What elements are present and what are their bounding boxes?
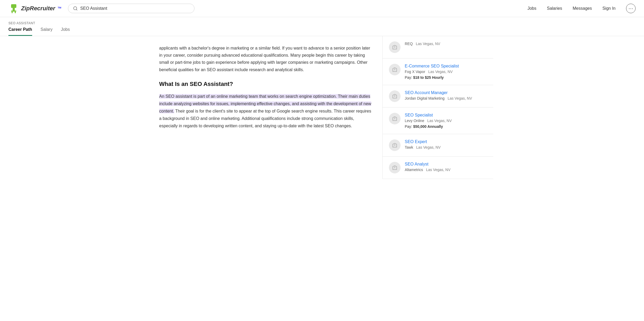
tab-career-path[interactable]: Career Path bbox=[8, 27, 32, 36]
job-info: E-Commerce SEO Specialist Fog X Vapor La… bbox=[405, 64, 487, 80]
job-meta: Jordan Digital Marketing Las Vegas, NV bbox=[405, 96, 487, 100]
tab-jobs[interactable]: Jobs bbox=[61, 27, 70, 36]
company-icon bbox=[389, 64, 401, 75]
list-item[interactable]: SEO Analyst Altametrics Las Vegas, NV bbox=[383, 157, 493, 179]
svg-rect-3 bbox=[12, 12, 13, 13]
company-icon bbox=[389, 113, 401, 124]
svg-rect-2 bbox=[11, 11, 16, 12]
nav-messages[interactable]: Messages bbox=[573, 6, 592, 11]
svg-rect-4 bbox=[15, 12, 16, 13]
job-title[interactable]: SEO Specialist bbox=[405, 113, 487, 118]
job-info: SEO Expert Tawk Las Vegas, NV bbox=[405, 139, 487, 150]
job-meta: Altametrics Las Vegas, NV bbox=[405, 168, 487, 172]
job-company-first: REQ Las Vegas, NV bbox=[405, 42, 440, 46]
search-input[interactable] bbox=[80, 6, 189, 11]
logo-text: ZipRecruiter bbox=[21, 5, 55, 12]
list-item[interactable]: SEO Account Manager Jordan Digital Marke… bbox=[383, 85, 493, 108]
tabs: Career Path Salary Jobs bbox=[8, 27, 636, 36]
job-info: SEO Account Manager Jordan Digital Marke… bbox=[405, 90, 487, 101]
job-pay: Pay: $18 to $25 Hourly bbox=[405, 75, 487, 80]
job-meta: Tawk Las Vegas, NV bbox=[405, 145, 487, 149]
breadcrumb: SEO ASSISTANT bbox=[8, 21, 636, 25]
list-item[interactable]: SEO Expert Tawk Las Vegas, NV bbox=[383, 134, 493, 157]
list-item[interactable]: REQ Las Vegas, NV bbox=[383, 36, 493, 59]
body-text-continuation: Their goal is for the client's site to a… bbox=[159, 109, 371, 128]
main-layout: applicants with a bachelor's degree in m… bbox=[151, 36, 493, 179]
company-icon bbox=[389, 162, 401, 173]
nav-jobs[interactable]: Jobs bbox=[528, 6, 536, 11]
job-title[interactable]: SEO Analyst bbox=[405, 162, 487, 167]
job-info: REQ Las Vegas, NV bbox=[405, 41, 487, 46]
svg-rect-0 bbox=[11, 4, 16, 8]
job-meta: Fog X Vapor Las Vegas, NV bbox=[405, 70, 487, 74]
nav-links: Jobs Salaries Messages Sign In ⋯ bbox=[528, 4, 636, 13]
logo-icon bbox=[8, 3, 19, 14]
body-paragraph: An SEO assistant is part of an online ma… bbox=[159, 93, 372, 130]
header: ZipRecruiter™ Jobs Salaries Messages Sig… bbox=[0, 0, 644, 17]
job-title[interactable]: SEO Account Manager bbox=[405, 90, 487, 95]
nav-signin[interactable]: Sign In bbox=[602, 6, 616, 11]
search-icon bbox=[73, 6, 78, 11]
more-button[interactable]: ⋯ bbox=[626, 4, 636, 13]
intro-paragraph: applicants with a bachelor's degree in m… bbox=[159, 45, 372, 73]
content-area: applicants with a bachelor's degree in m… bbox=[151, 36, 383, 179]
job-pay: Pay: $50,000 Annually bbox=[405, 124, 487, 129]
breadcrumb-area: SEO ASSISTANT Career Path Salary Jobs bbox=[0, 17, 644, 36]
list-item[interactable]: E-Commerce SEO Specialist Fog X Vapor La… bbox=[383, 59, 493, 85]
job-meta: Levy Online Las Vegas, NV bbox=[405, 119, 487, 123]
company-icon bbox=[389, 90, 401, 102]
jobs-sidebar: REQ Las Vegas, NV E-Commerce SEO Special… bbox=[383, 36, 493, 179]
company-icon bbox=[389, 41, 401, 53]
job-info: SEO Specialist Levy Online Las Vegas, NV… bbox=[405, 113, 487, 129]
nav-salaries[interactable]: Salaries bbox=[547, 6, 562, 11]
tab-salary[interactable]: Salary bbox=[41, 27, 52, 36]
job-info: SEO Analyst Altametrics Las Vegas, NV bbox=[405, 162, 487, 173]
search-bar[interactable] bbox=[68, 4, 194, 13]
company-icon bbox=[389, 139, 401, 151]
section-heading: What Is an SEO Assistant? bbox=[159, 81, 372, 87]
list-item[interactable]: SEO Specialist Levy Online Las Vegas, NV… bbox=[383, 108, 493, 134]
job-title[interactable]: SEO Expert bbox=[405, 139, 487, 144]
job-title[interactable]: E-Commerce SEO Specialist bbox=[405, 64, 487, 69]
svg-line-6 bbox=[76, 9, 77, 10]
logo-link[interactable]: ZipRecruiter™ bbox=[8, 3, 62, 14]
svg-rect-1 bbox=[13, 8, 15, 11]
